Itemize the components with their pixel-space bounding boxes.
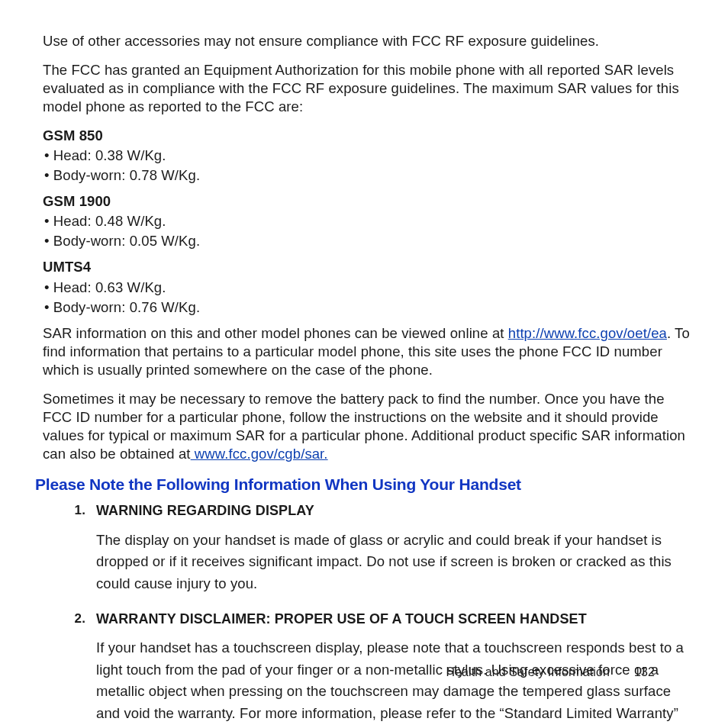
- item-number: 2.: [64, 610, 96, 728]
- sar-section-gsm1900: GSM 1900 Head: 0.48 W/Kg. Body-worn: 0.0…: [43, 192, 691, 250]
- sar-section-umts4: UMTS4 Head: 0.63 W/Kg. Body-worn: 0.76 W…: [43, 258, 691, 316]
- bullet-item: Body-worn: 0.78 W/Kg.: [43, 166, 691, 185]
- bullet-item: Body-worn: 0.05 W/Kg.: [43, 232, 691, 250]
- item-number: 1.: [64, 502, 96, 594]
- item-text: The display on your handset is made of g…: [96, 530, 691, 595]
- section-heading: GSM 1900: [43, 192, 691, 211]
- item-heading: WARRANTY DISCLAIMER: PROPER USE OF A TOU…: [96, 610, 691, 628]
- section-heading: GSM 850: [43, 127, 691, 145]
- footer-section-title: Health and Safety Information: [446, 665, 610, 681]
- section-heading: UMTS4: [43, 258, 691, 276]
- bullet-item: Head: 0.48 W/Kg.: [43, 212, 691, 230]
- text-run: Sometimes it may be necessary to remove …: [43, 391, 685, 462]
- paragraph: Sometimes it may be necessary to remove …: [43, 390, 691, 463]
- page-footer: Health and Safety Information 132: [446, 665, 655, 681]
- item-heading: WARNING REGARDING DISPLAY: [96, 502, 691, 520]
- footer-page-number: 132: [634, 665, 655, 681]
- text-run: SAR information on this and other model …: [43, 325, 508, 341]
- paragraph: Use of other accessories may not ensure …: [43, 32, 691, 50]
- sar-section-gsm850: GSM 850 Head: 0.38 W/Kg. Body-worn: 0.78…: [43, 127, 691, 185]
- item-text: If your handset has a touchscreen displa…: [96, 637, 691, 728]
- numbered-item-1: 1. WARNING REGARDING DISPLAY The display…: [43, 502, 691, 594]
- bullet-item: Body-worn: 0.76 W/Kg.: [43, 298, 691, 317]
- paragraph: SAR information on this and other model …: [43, 324, 691, 379]
- link-fcc-oet-ea[interactable]: http://www.fcc.gov/oet/ea: [508, 325, 667, 341]
- bullet-item: Head: 0.38 W/Kg.: [43, 147, 691, 165]
- link-fcc-cgb-sar[interactable]: www.fcc.gov/cgb/sar.: [191, 446, 328, 462]
- paragraph: The FCC has granted an Equipment Authori…: [43, 61, 691, 116]
- bullet-item: Head: 0.63 W/Kg.: [43, 279, 691, 297]
- subheading: Please Note the Following Information Wh…: [35, 474, 691, 494]
